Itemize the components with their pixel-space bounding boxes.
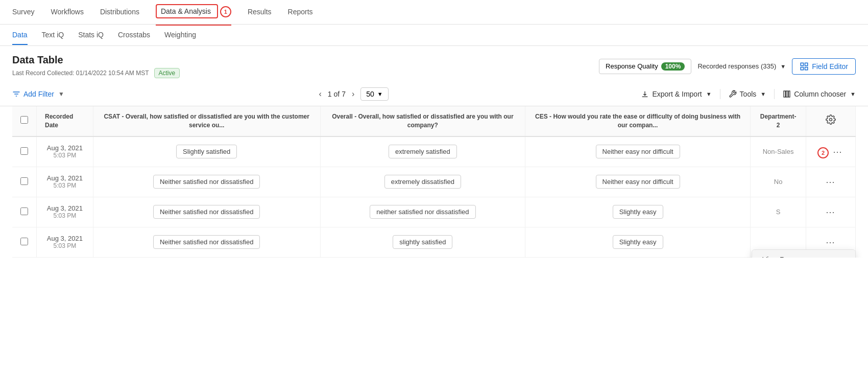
column-chooser-icon	[783, 90, 791, 98]
header-ces: CES - How would you rate the ease or dif…	[525, 106, 751, 136]
cell-csat: Neither satisfied nor dissatisfied	[93, 227, 320, 257]
svg-rect-0	[801, 63, 803, 65]
table-header-row: Recorded Date CSAT - Overall, how satisf…	[12, 106, 856, 136]
table-row: Aug 3, 20215:03 PMSlightly satisfiedextr…	[12, 136, 856, 167]
column-chooser-button[interactable]: Column chooser ▼	[783, 90, 856, 98]
nav-distributions[interactable]: Distributions	[100, 1, 139, 24]
filter-chevron[interactable]: ▼	[58, 90, 64, 98]
cell-csat: Slightly satisfied	[93, 136, 320, 167]
field-editor-icon	[800, 62, 809, 71]
column-chooser-chevron: ▼	[850, 91, 856, 97]
cell-department: No	[751, 167, 806, 197]
field-editor-button[interactable]: Field Editor	[792, 58, 856, 75]
cell-ces: Neither easy nor difficult	[525, 167, 751, 197]
table-row: Aug 3, 20215:03 PMNeither satisfied nor …	[12, 167, 856, 197]
row-actions-button[interactable]: ⋯	[822, 235, 840, 250]
context-menu: View ResponseDelete ResponseRetake Respo…	[752, 249, 856, 258]
row-actions-button[interactable]: ⋯	[822, 204, 840, 220]
annotation-2: 2	[817, 147, 829, 158]
table-row: Aug 3, 20215:03 PMNeither satisfied nor …	[12, 197, 856, 227]
header-recorded-date: Recorded Date	[37, 106, 93, 136]
header-actions	[806, 106, 855, 136]
settings-icon[interactable]	[826, 114, 836, 125]
cell-actions: 2⋯	[806, 136, 855, 167]
page-title: Data Table	[12, 54, 180, 66]
export-import-button[interactable]: Export & Import ▼	[641, 90, 711, 98]
table-body: Aug 3, 20215:03 PMSlightly satisfiedextr…	[12, 136, 856, 258]
toolbar-left: Add Filter ▼	[12, 90, 64, 98]
table-row: Aug 3, 20215:03 PMNeither satisfied nor …	[12, 227, 856, 257]
header-right: Response Quality 100% Recorded responses…	[599, 58, 856, 75]
subnav-textiq[interactable]: Text iQ	[42, 26, 64, 45]
export-icon	[641, 90, 649, 98]
nav-reports[interactable]: Reports	[288, 1, 313, 24]
top-navigation: Survey Workflows Distributions Data & An…	[0, 0, 868, 25]
cell-ces: Slightly easy	[525, 197, 751, 227]
tools-chevron: ▼	[760, 91, 766, 97]
tools-icon	[729, 90, 737, 98]
cell-department: S	[751, 197, 806, 227]
per-page-button[interactable]: 50 ▼	[360, 87, 388, 101]
svg-rect-5	[786, 91, 788, 97]
prev-page-button[interactable]: ‹	[317, 87, 324, 101]
row-checkbox[interactable]	[20, 207, 28, 215]
subnav-statsiq[interactable]: Stats iQ	[78, 26, 104, 45]
cell-ces: Neither easy nor difficult	[525, 136, 751, 167]
divider2	[774, 89, 775, 99]
nav-survey[interactable]: Survey	[12, 1, 35, 24]
row-checkbox[interactable]	[20, 238, 28, 245]
toolbar: Add Filter ▼ ‹ 1 of 7 › 50 ▼ Export & Im…	[0, 82, 868, 106]
cell-ces: Slightly easy	[525, 227, 751, 257]
divider	[720, 89, 720, 99]
tools-button[interactable]: Tools ▼	[729, 90, 766, 98]
cell-csat: Neither satisfied nor dissatisfied	[93, 197, 320, 227]
sub-navigation: Data Text iQ Stats iQ Crosstabs Weightin…	[0, 25, 868, 46]
row-actions-button[interactable]: ⋯	[822, 174, 840, 190]
cell-overall: extremely satisfied	[320, 136, 525, 167]
cell-overall: extremely dissatisfied	[320, 167, 525, 197]
header-overall: Overall - Overall, how satisfied or diss…	[320, 106, 525, 136]
data-table-header: Data Table Last Record Collected: 01/14/…	[0, 46, 868, 82]
cell-date: Aug 3, 20215:03 PM	[37, 227, 93, 257]
nav-data-analysis[interactable]: Data & Analysis 1	[156, 0, 231, 26]
table-subtitle: Last Record Collected: 01/14/2022 10:54 …	[12, 68, 180, 78]
cell-date: Aug 3, 20215:03 PM	[37, 136, 93, 167]
svg-rect-4	[784, 91, 785, 97]
cell-actions: ⋯	[806, 167, 855, 197]
nav-results[interactable]: Results	[248, 1, 272, 24]
nav-workflows[interactable]: Workflows	[51, 1, 84, 24]
select-all-checkbox[interactable]	[20, 116, 28, 124]
toolbar-right: Export & Import ▼ Tools ▼ Column chooser…	[641, 89, 856, 99]
subnav-crosstabs[interactable]: Crosstabs	[118, 26, 150, 45]
subnav-data[interactable]: Data	[12, 26, 28, 45]
row-checkbox[interactable]	[20, 147, 28, 155]
export-chevron: ▼	[706, 91, 712, 97]
cell-date: Aug 3, 20215:03 PM	[37, 197, 93, 227]
header-checkbox	[12, 106, 37, 136]
row-actions-button[interactable]: ⋯	[829, 144, 847, 159]
cell-actions: ⋯	[806, 197, 855, 227]
pagination: ‹ 1 of 7 › 50 ▼	[317, 87, 389, 101]
recorded-responses-button[interactable]: Recorded responses (335) ▼	[697, 62, 786, 70]
svg-rect-3	[805, 67, 808, 70]
cell-overall: slightly satisfied	[320, 227, 525, 257]
svg-rect-2	[801, 67, 803, 70]
add-filter-button[interactable]: Add Filter	[12, 90, 54, 98]
data-table-wrapper: Recorded Date CSAT - Overall, how satisf…	[0, 106, 868, 258]
cell-department: Non-Sales	[751, 136, 806, 167]
svg-point-7	[829, 119, 832, 121]
status-badge: Active	[154, 68, 180, 78]
quality-percentage: 100%	[661, 62, 685, 71]
next-page-button[interactable]: ›	[350, 87, 356, 101]
per-page-chevron: ▼	[377, 91, 383, 97]
header-left: Data Table Last Record Collected: 01/14/…	[12, 54, 180, 78]
row-checkbox[interactable]	[20, 177, 28, 185]
data-table: Recorded Date CSAT - Overall, how satisf…	[12, 106, 856, 258]
context-menu-item-0[interactable]: View Response	[752, 250, 855, 258]
filter-icon	[12, 90, 20, 98]
subnav-weighting[interactable]: Weighting	[164, 26, 196, 45]
svg-rect-1	[805, 63, 808, 65]
response-quality-button[interactable]: Response Quality 100%	[599, 59, 691, 74]
header-csat: CSAT - Overall, how satisfied or dissati…	[93, 106, 320, 136]
annotation-1: 1	[220, 6, 231, 17]
